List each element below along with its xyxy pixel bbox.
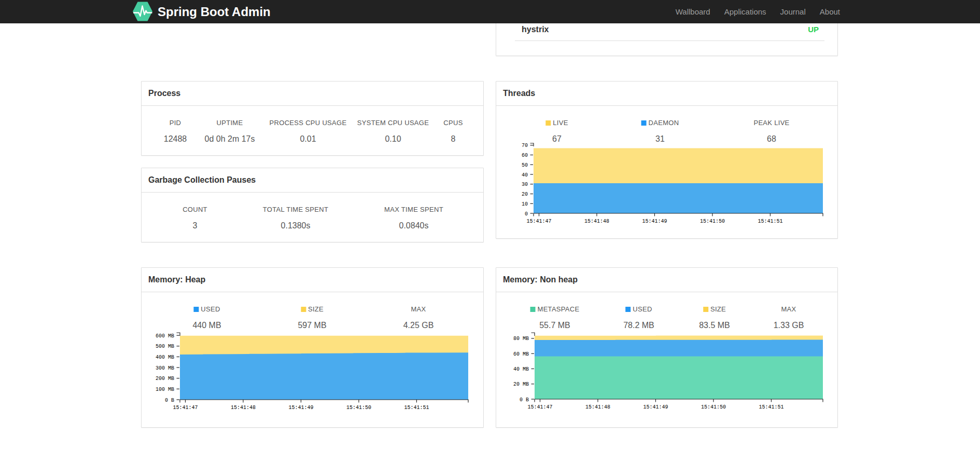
- size-swatch-icon: [703, 307, 708, 312]
- nav-applications[interactable]: Applications: [724, 7, 766, 16]
- stat-nonheap-size: SIZE 83.5 MB: [699, 305, 730, 331]
- brand-title[interactable]: Spring Boot Admin: [158, 0, 271, 23]
- used-swatch-icon: [193, 307, 199, 312]
- stat-heap-max: MAX 4.25 GB: [403, 305, 434, 331]
- stat-heap-size: SIZE 597 MB: [298, 305, 326, 331]
- svg-text:15:41:50: 15:41:50: [700, 219, 725, 224]
- stat-nonheap-max: MAX 1.33 GB: [774, 305, 804, 331]
- process-panel-title: Process: [142, 81, 483, 106]
- svg-text:20: 20: [522, 192, 528, 197]
- threads-panel-title: Threads: [496, 81, 837, 106]
- navbar: Spring Boot Admin Wallboard Applications…: [0, 0, 980, 23]
- svg-text:15:41:48: 15:41:48: [231, 405, 256, 411]
- application-name[interactable]: hystrix: [522, 25, 549, 34]
- nav-journal[interactable]: Journal: [780, 7, 806, 16]
- svg-text:15:41:49: 15:41:49: [288, 405, 313, 411]
- stat-process-cpu-usage: PROCESS CPU USAGE 0.01: [270, 119, 347, 144]
- nav-about[interactable]: About: [820, 7, 840, 16]
- svg-text:70: 70: [522, 143, 528, 148]
- stat-uptime: UPTIME 0d 0h 2m 17s: [205, 119, 255, 144]
- stat-system-cpu-usage: SYSTEM CPU USAGE 0.10: [357, 119, 429, 144]
- size-swatch-icon: [301, 307, 306, 312]
- daemon-swatch-icon: [641, 120, 647, 126]
- brand-logo-icon: [132, 1, 153, 22]
- svg-text:0 B: 0 B: [520, 397, 529, 403]
- stat-nonheap-used: USED 78.2 MB: [623, 305, 654, 331]
- svg-text:15:41:47: 15:41:47: [527, 404, 552, 410]
- divider: [515, 40, 824, 41]
- stat-threads-live: LIVE 67: [545, 119, 568, 144]
- svg-text:60: 60: [522, 153, 528, 158]
- threads-panel: Threads LIVE 67 DAEMON 31 PEAK LIVE 68 0…: [496, 81, 838, 239]
- stat-gc-count: COUNT 3: [183, 206, 207, 231]
- process-panel: Process PID 12488 UPTIME 0d 0h 2m 17s PR…: [141, 81, 484, 156]
- stat-gc-total-time: TOTAL TIME SPENT 0.1380s: [263, 206, 328, 231]
- memory-nonheap-panel: Memory: Non heap METASPACE 55.7 MB USED …: [496, 267, 838, 428]
- svg-text:15:41:51: 15:41:51: [759, 404, 783, 410]
- svg-text:400 MB: 400 MB: [156, 355, 174, 360]
- memory-nonheap-panel-title: Memory: Non heap: [496, 268, 837, 292]
- svg-text:0: 0: [525, 211, 528, 217]
- svg-text:20 MB: 20 MB: [513, 382, 529, 387]
- svg-text:60 MB: 60 MB: [513, 351, 529, 357]
- svg-text:30: 30: [522, 182, 528, 187]
- svg-text:15:41:47: 15:41:47: [173, 405, 198, 411]
- svg-text:50: 50: [522, 162, 528, 168]
- stat-threads-daemon: DAEMON 31: [641, 119, 679, 144]
- stat-threads-peak-live: PEAK LIVE 68: [753, 119, 789, 144]
- gc-panel-title: Garbage Collection Pauses: [142, 168, 483, 193]
- svg-text:300 MB: 300 MB: [156, 365, 174, 371]
- svg-text:15:41:49: 15:41:49: [643, 404, 668, 410]
- live-swatch-icon: [545, 120, 551, 126]
- svg-text:80 MB: 80 MB: [513, 336, 529, 342]
- application-status-badge: UP: [808, 25, 819, 34]
- svg-text:15:41:49: 15:41:49: [642, 219, 667, 224]
- stat-pid: PID 12488: [164, 119, 187, 144]
- svg-text:15:41:48: 15:41:48: [585, 404, 610, 410]
- svg-text:40: 40: [522, 172, 528, 178]
- svg-text:600 MB: 600 MB: [156, 333, 174, 339]
- svg-text:15:41:47: 15:41:47: [526, 219, 551, 224]
- memory-heap-panel: Memory: Heap USED 440 MB SIZE 597 MB MAX…: [141, 267, 484, 428]
- nav-wallboard[interactable]: Wallboard: [676, 7, 710, 16]
- svg-text:40 MB: 40 MB: [513, 366, 529, 372]
- svg-text:10: 10: [522, 201, 528, 207]
- memory-heap-panel-title: Memory: Heap: [142, 268, 483, 292]
- svg-text:100 MB: 100 MB: [156, 387, 174, 392]
- svg-text:15:41:50: 15:41:50: [701, 404, 726, 410]
- svg-text:0 B: 0 B: [165, 398, 174, 403]
- stat-nonheap-metaspace: METASPACE 55.7 MB: [530, 305, 580, 331]
- metaspace-swatch-icon: [530, 307, 536, 312]
- svg-text:15:41:51: 15:41:51: [758, 219, 782, 224]
- stat-gc-max-time: MAX TIME SPENT 0.0840s: [384, 206, 443, 231]
- used-swatch-icon: [625, 307, 631, 312]
- gc-panel: Garbage Collection Pauses COUNT 3 TOTAL …: [141, 168, 484, 242]
- navbar-menu: Wallboard Applications Journal About: [676, 0, 840, 23]
- stat-heap-used: USED 440 MB: [192, 305, 221, 331]
- svg-text:200 MB: 200 MB: [156, 376, 174, 382]
- svg-text:15:41:50: 15:41:50: [346, 405, 371, 411]
- stat-cpus: CPUS 8: [443, 119, 463, 144]
- svg-text:500 MB: 500 MB: [156, 344, 174, 349]
- svg-text:15:41:48: 15:41:48: [584, 219, 609, 224]
- svg-text:15:41:51: 15:41:51: [404, 405, 429, 411]
